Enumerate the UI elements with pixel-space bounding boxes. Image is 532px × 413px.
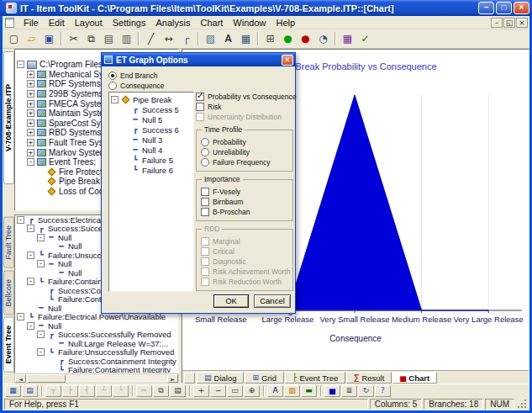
run-analysis-button[interactable]: ● [279,30,297,47]
module-tab-fault-tree[interactable]: Fault Tree [3,217,14,268]
dialog-view-button[interactable]: ▤ [22,385,38,397]
line-tool-button[interactable]: ╱ [142,30,160,47]
collapse-icon[interactable]: - [17,216,24,224]
title-bar[interactable]: IT - Item ToolKit - C:\Program Files\Ite… [0,0,532,16]
collapse-icon[interactable]: - [37,234,45,241]
legend-button[interactable]: ≣ [341,385,357,397]
tab-corner-button[interactable] [184,373,195,384]
collapse-icon[interactable]: - [17,61,24,68]
cancel-button[interactable]: Cancel [254,294,291,308]
maximize-button[interactable]: □ [496,2,512,14]
fill-color-button[interactable]: ▨ [284,385,300,397]
tree-item-success-5[interactable]: ┏Success 5 [109,104,193,114]
resize-grip[interactable] [516,399,528,410]
radio-failure-frequency[interactable]: Failure Frequency [201,157,290,167]
tree-item-null-large-release-w-37[interactable]: ━Null:Large Release W=37:... [15,339,178,348]
stop-button[interactable]: ● [297,30,314,47]
tree-item-success-successfully-removed[interactable]: -┏Success:Successfully Removed [15,331,178,340]
tree-item-null-4[interactable]: ━Null 4 [109,145,193,155]
print-button[interactable]: ▥ [118,30,135,47]
expand-icon[interactable]: + [27,109,34,117]
dialog-title-bar[interactable]: ET Graph Options × [102,53,295,66]
tree-item-null-3[interactable]: ━Null 3 [109,135,193,145]
collapse-icon[interactable]: - [27,225,34,232]
checkbox-b-proschan[interactable]: B-Proschan [201,207,290,217]
scroll-right-icon[interactable]: ► [167,374,178,383]
paste-button[interactable]: ▤ [100,30,118,47]
menu-file[interactable]: File [18,17,44,29]
collapse-icon[interactable]: - [27,278,34,285]
menu-help[interactable]: Help [271,17,300,29]
expand-icon[interactable]: + [27,149,34,156]
tree-item-success-containment-integrity[interactable]: ┏Success:Containment Integrity [15,357,178,366]
checkbox-probability-vs-consequence[interactable]: Probability vs Consequence [196,92,293,102]
connector-tool-button[interactable]: ┌ [177,30,195,47]
grid-view-button[interactable]: ▦ [5,385,21,397]
radio-end-branch[interactable]: End Branch [108,71,164,81]
text-tool-button[interactable]: A [219,30,237,47]
menu-settings[interactable]: Settings [108,17,151,29]
collapse-icon[interactable]: - [37,331,45,338]
validate-button[interactable]: ✓ [356,30,374,47]
tree-item-null-5[interactable]: ━Null 5 [109,114,193,124]
zoom-out-button[interactable]: − [210,385,226,397]
collapse-icon[interactable]: - [37,348,45,356]
module-tab-event-tree[interactable]: Event Tree [3,317,14,373]
picture-button[interactable]: ▧ [202,30,219,47]
tree-item-failure-5[interactable]: ┗Failure 5 [109,155,193,165]
ok-button[interactable]: OK [213,294,249,308]
collapse-icon[interactable]: - [37,260,45,267]
dialog-close-icon[interactable]: × [282,55,293,66]
cut-button[interactable]: ✂ [65,30,82,47]
menu-analysis[interactable]: Analysis [150,17,195,29]
tab-grid[interactable]: ⊞Grid [245,372,284,384]
checkbox-risk[interactable]: Risk [196,102,293,112]
expand-icon[interactable]: + [27,100,34,108]
clock-button[interactable]: ◔ [314,30,332,47]
expand-icon[interactable]: + [27,80,34,87]
tree-item-failure-unsuccessfully-removed[interactable]: -┗Failure:Unsuccessfully Removed [15,348,178,357]
help-button[interactable]: ? [375,385,391,397]
tree-item-failure-electrical-power-unavailable[interactable]: -┗Failure:Electrical Power\Unavailable [15,313,178,322]
tree-item-failure-6[interactable]: ┗Failure 6 [109,165,193,175]
close-button[interactable]: × [514,2,529,14]
tab-event-tree[interactable]: ├Event Tree [285,372,345,384]
font-button[interactable]: A [267,385,283,397]
menu-layout[interactable]: Layout [70,17,108,29]
radio-consequence[interactable]: Consequence [108,81,164,91]
results-table-button[interactable]: ▦ [339,30,356,47]
expand-icon[interactable]: + [27,90,34,98]
collapse-icon[interactable]: - [27,322,34,330]
chart-bars-button[interactable]: ▅ [324,385,340,397]
menu-edit[interactable]: Edit [44,17,70,29]
tree-item-null[interactable]: -━Null [15,321,178,331]
mdi-minimize-button[interactable]: – [491,18,503,28]
fit-view-button[interactable]: ▭ [227,385,243,397]
copy-button[interactable]: ⧉ [82,30,100,47]
paste-branch-button[interactable]: ▤ [170,385,186,397]
tab-result[interactable]: ∑Result [346,372,392,384]
new-document-button[interactable]: ▢ [5,30,23,47]
collapse-icon[interactable]: - [111,96,119,103]
scrollbar-thumb[interactable] [27,374,66,383]
collapse-icon[interactable]: - [27,158,34,166]
mdi-close-button[interactable]: × [516,18,528,28]
arrow-tool-button[interactable]: ↔ [160,30,177,47]
radio-unreliability[interactable]: Unreliability [201,147,290,157]
save-button[interactable]: ▣ [40,30,58,47]
collapse-icon[interactable]: - [27,252,34,259]
expand-icon[interactable]: + [27,129,34,136]
expand-icon[interactable]: + [27,71,34,78]
module-tab-bellcore[interactable]: Bellcore [3,271,14,315]
zoom-in-button[interactable]: + [193,385,209,397]
scroll-left-icon[interactable]: ◄ [15,374,26,383]
checkbox-f-vesely[interactable]: F-Vesely [201,187,290,197]
table-button[interactable]: ▦ [237,30,255,47]
checkbox-birnbaum[interactable]: Birnbaum [201,197,290,207]
menu-window[interactable]: Window [228,17,271,29]
copy-branch-button[interactable]: ⧉ [153,385,169,397]
expand-icon[interactable]: + [27,119,34,127]
tab-dialog[interactable]: ▤Dialog [197,372,244,384]
expand-icon[interactable]: + [27,139,34,146]
tree-item-pipe-break[interactable]: -Pipe Break [109,94,193,104]
